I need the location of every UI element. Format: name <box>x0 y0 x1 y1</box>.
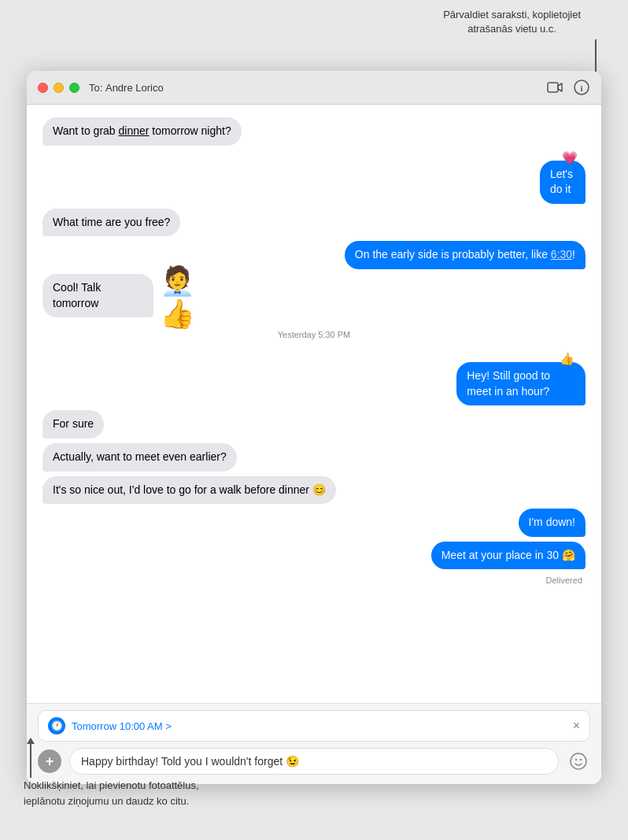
svg-point-3 <box>571 753 586 769</box>
scheduled-close-button[interactable]: × <box>573 719 580 733</box>
annotation-top: Pārvaldiet saraksti, koplietojiet atraša… <box>443 8 581 36</box>
table-row: What time are you free? <box>42 209 586 237</box>
minimize-button[interactable] <box>54 83 64 93</box>
scheduled-banner[interactable]: 🕐 Tomorrow 10:00 AM > × <box>38 710 590 742</box>
traffic-lights <box>38 83 79 93</box>
table-row: 👍 Hey! Still good to meet in an hour? <box>42 352 586 405</box>
message-bubble-outgoing: On the early side is probably better, li… <box>345 241 586 269</box>
titlebar-actions: i <box>546 79 590 96</box>
message-bubble-incoming: It's so nice out, I'd love to go for a w… <box>42 476 336 505</box>
table-row: Cool! Talk tomorrow 🧑‍💼👍 <box>42 274 586 317</box>
messages-window: To: Andre Lorico i Want to grab din <box>27 71 601 784</box>
message-bubble-incoming: Actually, want to meet even earlier? <box>42 443 237 472</box>
delivered-status: Delivered <box>42 575 582 585</box>
message-bubble-incoming: Want to grab dinner tomorrow night? <box>42 117 242 146</box>
message-input[interactable]: Happy birthday! Told you I wouldn't forg… <box>69 748 559 775</box>
table-row: On the early side is probably better, li… <box>42 241 586 269</box>
chat-area: Want to grab dinner tomorrow night? 💗 Le… <box>27 105 601 703</box>
close-button[interactable] <box>38 83 48 93</box>
message-bubble-outgoing: Hey! Still good to meet in an hour? <box>456 362 586 405</box>
add-media-button[interactable]: + <box>38 749 61 773</box>
info-button[interactable]: i <box>573 79 590 96</box>
svg-rect-0 <box>548 83 558 92</box>
scheduled-clock-icon: 🕐 <box>48 717 65 735</box>
message-bubble-outgoing: Let's do it <box>540 161 586 204</box>
table-row: 💗 Let's do it <box>42 150 586 204</box>
message-bubble-incoming: For sure <box>42 410 104 439</box>
annotation-bottom: Noklikšķiniet, lai pievienotu fotoattēlu… <box>24 778 199 809</box>
table-row: It's so nice out, I'd love to go for a w… <box>42 476 586 505</box>
table-row: Want to grab dinner tomorrow night? <box>42 117 586 146</box>
input-row: + Happy birthday! Told you I wouldn't fo… <box>38 748 590 775</box>
table-row: Actually, want to meet even earlier? <box>42 443 586 472</box>
scheduled-time[interactable]: Tomorrow 10:00 AM > <box>72 720 172 732</box>
maximize-button[interactable] <box>69 83 79 93</box>
message-bubble-outgoing: I'm down! <box>519 509 586 537</box>
timestamp-divider: Yesterday 5:30 PM <box>42 330 586 339</box>
memoji-sticker: 🧑‍💼👍 <box>160 278 199 317</box>
scheduled-info: 🕐 Tomorrow 10:00 AM > <box>48 717 172 735</box>
emoji-picker-button[interactable] <box>567 749 590 773</box>
svg-text:i: i <box>580 83 582 93</box>
table-row: Meet at your place in 30 🤗 <box>42 542 586 570</box>
titlebar-contact: To: Andre Lorico <box>79 82 546 94</box>
table-row: I'm down! <box>42 509 586 537</box>
svg-point-4 <box>575 759 577 760</box>
input-placeholder-text: Happy birthday! Told you I wouldn't forg… <box>81 755 299 768</box>
video-call-button[interactable] <box>546 79 563 96</box>
message-bubble-incoming: Cool! Talk tomorrow <box>42 274 153 317</box>
titlebar: To: Andre Lorico i <box>27 71 601 105</box>
input-area: 🕐 Tomorrow 10:00 AM > × + Happy birthday… <box>27 703 601 784</box>
to-label: To: <box>89 82 105 94</box>
message-bubble-incoming: What time are you free? <box>42 209 180 237</box>
contact-name: Andre Lorico <box>105 82 164 94</box>
table-row: For sure <box>42 410 586 439</box>
message-bubble-outgoing: Meet at your place in 30 🤗 <box>431 542 586 570</box>
svg-point-5 <box>580 759 582 760</box>
